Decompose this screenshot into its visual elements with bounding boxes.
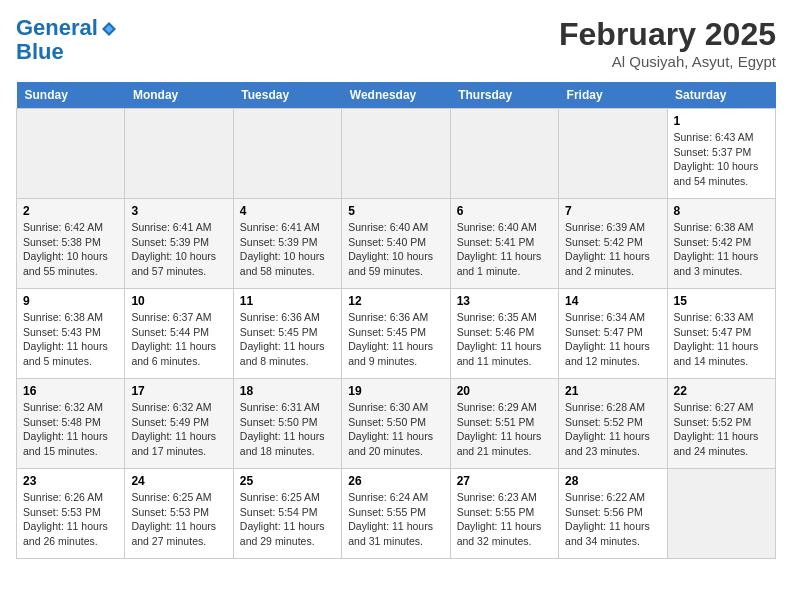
day-number: 27 <box>457 474 552 488</box>
calendar-cell: 6Sunrise: 6:40 AM Sunset: 5:41 PM Daylig… <box>450 199 558 289</box>
day-info: Sunrise: 6:41 AM Sunset: 5:39 PM Dayligh… <box>240 220 335 279</box>
day-info: Sunrise: 6:37 AM Sunset: 5:44 PM Dayligh… <box>131 310 226 369</box>
calendar-cell <box>125 109 233 199</box>
day-number: 8 <box>674 204 769 218</box>
day-info: Sunrise: 6:39 AM Sunset: 5:42 PM Dayligh… <box>565 220 660 279</box>
day-info: Sunrise: 6:27 AM Sunset: 5:52 PM Dayligh… <box>674 400 769 459</box>
calendar-cell: 7Sunrise: 6:39 AM Sunset: 5:42 PM Daylig… <box>559 199 667 289</box>
calendar-cell: 19Sunrise: 6:30 AM Sunset: 5:50 PM Dayli… <box>342 379 450 469</box>
day-number: 3 <box>131 204 226 218</box>
calendar-cell: 8Sunrise: 6:38 AM Sunset: 5:42 PM Daylig… <box>667 199 775 289</box>
calendar-week-row: 2Sunrise: 6:42 AM Sunset: 5:38 PM Daylig… <box>17 199 776 289</box>
day-number: 22 <box>674 384 769 398</box>
day-number: 21 <box>565 384 660 398</box>
day-info: Sunrise: 6:29 AM Sunset: 5:51 PM Dayligh… <box>457 400 552 459</box>
calendar-cell: 20Sunrise: 6:29 AM Sunset: 5:51 PM Dayli… <box>450 379 558 469</box>
calendar-week-row: 9Sunrise: 6:38 AM Sunset: 5:43 PM Daylig… <box>17 289 776 379</box>
calendar-cell: 12Sunrise: 6:36 AM Sunset: 5:45 PM Dayli… <box>342 289 450 379</box>
day-number: 15 <box>674 294 769 308</box>
day-number: 18 <box>240 384 335 398</box>
logo-blue: Blue <box>16 40 118 64</box>
calendar-cell <box>233 109 341 199</box>
day-info: Sunrise: 6:25 AM Sunset: 5:54 PM Dayligh… <box>240 490 335 549</box>
calendar-cell: 9Sunrise: 6:38 AM Sunset: 5:43 PM Daylig… <box>17 289 125 379</box>
calendar-cell: 11Sunrise: 6:36 AM Sunset: 5:45 PM Dayli… <box>233 289 341 379</box>
day-number: 19 <box>348 384 443 398</box>
day-number: 11 <box>240 294 335 308</box>
col-header-saturday: Saturday <box>667 82 775 109</box>
calendar-cell: 27Sunrise: 6:23 AM Sunset: 5:55 PM Dayli… <box>450 469 558 559</box>
calendar-cell: 16Sunrise: 6:32 AM Sunset: 5:48 PM Dayli… <box>17 379 125 469</box>
day-info: Sunrise: 6:43 AM Sunset: 5:37 PM Dayligh… <box>674 130 769 189</box>
calendar-cell <box>667 469 775 559</box>
day-info: Sunrise: 6:36 AM Sunset: 5:45 PM Dayligh… <box>240 310 335 369</box>
day-number: 1 <box>674 114 769 128</box>
day-number: 23 <box>23 474 118 488</box>
day-info: Sunrise: 6:36 AM Sunset: 5:45 PM Dayligh… <box>348 310 443 369</box>
day-info: Sunrise: 6:32 AM Sunset: 5:48 PM Dayligh… <box>23 400 118 459</box>
calendar-week-row: 16Sunrise: 6:32 AM Sunset: 5:48 PM Dayli… <box>17 379 776 469</box>
calendar-week-row: 23Sunrise: 6:26 AM Sunset: 5:53 PM Dayli… <box>17 469 776 559</box>
day-info: Sunrise: 6:41 AM Sunset: 5:39 PM Dayligh… <box>131 220 226 279</box>
day-number: 25 <box>240 474 335 488</box>
day-info: Sunrise: 6:25 AM Sunset: 5:53 PM Dayligh… <box>131 490 226 549</box>
day-number: 26 <box>348 474 443 488</box>
day-info: Sunrise: 6:40 AM Sunset: 5:40 PM Dayligh… <box>348 220 443 279</box>
calendar-cell: 28Sunrise: 6:22 AM Sunset: 5:56 PM Dayli… <box>559 469 667 559</box>
day-number: 7 <box>565 204 660 218</box>
day-number: 24 <box>131 474 226 488</box>
calendar-cell: 25Sunrise: 6:25 AM Sunset: 5:54 PM Dayli… <box>233 469 341 559</box>
calendar-cell: 22Sunrise: 6:27 AM Sunset: 5:52 PM Dayli… <box>667 379 775 469</box>
calendar-cell: 21Sunrise: 6:28 AM Sunset: 5:52 PM Dayli… <box>559 379 667 469</box>
day-number: 17 <box>131 384 226 398</box>
day-info: Sunrise: 6:31 AM Sunset: 5:50 PM Dayligh… <box>240 400 335 459</box>
calendar-cell: 17Sunrise: 6:32 AM Sunset: 5:49 PM Dayli… <box>125 379 233 469</box>
calendar-cell <box>559 109 667 199</box>
day-info: Sunrise: 6:38 AM Sunset: 5:42 PM Dayligh… <box>674 220 769 279</box>
day-info: Sunrise: 6:33 AM Sunset: 5:47 PM Dayligh… <box>674 310 769 369</box>
col-header-friday: Friday <box>559 82 667 109</box>
col-header-monday: Monday <box>125 82 233 109</box>
day-number: 16 <box>23 384 118 398</box>
day-info: Sunrise: 6:34 AM Sunset: 5:47 PM Dayligh… <box>565 310 660 369</box>
day-info: Sunrise: 6:28 AM Sunset: 5:52 PM Dayligh… <box>565 400 660 459</box>
calendar-cell: 24Sunrise: 6:25 AM Sunset: 5:53 PM Dayli… <box>125 469 233 559</box>
day-number: 28 <box>565 474 660 488</box>
calendar-cell: 26Sunrise: 6:24 AM Sunset: 5:55 PM Dayli… <box>342 469 450 559</box>
day-info: Sunrise: 6:30 AM Sunset: 5:50 PM Dayligh… <box>348 400 443 459</box>
calendar-cell: 15Sunrise: 6:33 AM Sunset: 5:47 PM Dayli… <box>667 289 775 379</box>
day-number: 14 <box>565 294 660 308</box>
calendar-cell: 4Sunrise: 6:41 AM Sunset: 5:39 PM Daylig… <box>233 199 341 289</box>
day-number: 13 <box>457 294 552 308</box>
calendar-table: SundayMondayTuesdayWednesdayThursdayFrid… <box>16 82 776 559</box>
day-info: Sunrise: 6:24 AM Sunset: 5:55 PM Dayligh… <box>348 490 443 549</box>
calendar-cell: 13Sunrise: 6:35 AM Sunset: 5:46 PM Dayli… <box>450 289 558 379</box>
calendar-week-row: 1Sunrise: 6:43 AM Sunset: 5:37 PM Daylig… <box>17 109 776 199</box>
day-number: 10 <box>131 294 226 308</box>
calendar-cell: 2Sunrise: 6:42 AM Sunset: 5:38 PM Daylig… <box>17 199 125 289</box>
calendar-cell: 1Sunrise: 6:43 AM Sunset: 5:37 PM Daylig… <box>667 109 775 199</box>
calendar-cell <box>17 109 125 199</box>
day-number: 5 <box>348 204 443 218</box>
day-number: 6 <box>457 204 552 218</box>
page-subtitle: Al Qusiyah, Asyut, Egypt <box>559 53 776 70</box>
calendar-cell: 18Sunrise: 6:31 AM Sunset: 5:50 PM Dayli… <box>233 379 341 469</box>
logo-general: General <box>16 15 98 40</box>
day-info: Sunrise: 6:22 AM Sunset: 5:56 PM Dayligh… <box>565 490 660 549</box>
logo-icon <box>100 20 118 38</box>
day-number: 4 <box>240 204 335 218</box>
page-title: February 2025 <box>559 16 776 53</box>
col-header-wednesday: Wednesday <box>342 82 450 109</box>
calendar-header-row: SundayMondayTuesdayWednesdayThursdayFrid… <box>17 82 776 109</box>
day-number: 9 <box>23 294 118 308</box>
day-info: Sunrise: 6:23 AM Sunset: 5:55 PM Dayligh… <box>457 490 552 549</box>
calendar-cell: 14Sunrise: 6:34 AM Sunset: 5:47 PM Dayli… <box>559 289 667 379</box>
day-info: Sunrise: 6:26 AM Sunset: 5:53 PM Dayligh… <box>23 490 118 549</box>
col-header-tuesday: Tuesday <box>233 82 341 109</box>
col-header-thursday: Thursday <box>450 82 558 109</box>
day-info: Sunrise: 6:42 AM Sunset: 5:38 PM Dayligh… <box>23 220 118 279</box>
page-header: General Blue February 2025 Al Qusiyah, A… <box>16 16 776 70</box>
day-info: Sunrise: 6:32 AM Sunset: 5:49 PM Dayligh… <box>131 400 226 459</box>
calendar-cell: 5Sunrise: 6:40 AM Sunset: 5:40 PM Daylig… <box>342 199 450 289</box>
calendar-cell: 3Sunrise: 6:41 AM Sunset: 5:39 PM Daylig… <box>125 199 233 289</box>
